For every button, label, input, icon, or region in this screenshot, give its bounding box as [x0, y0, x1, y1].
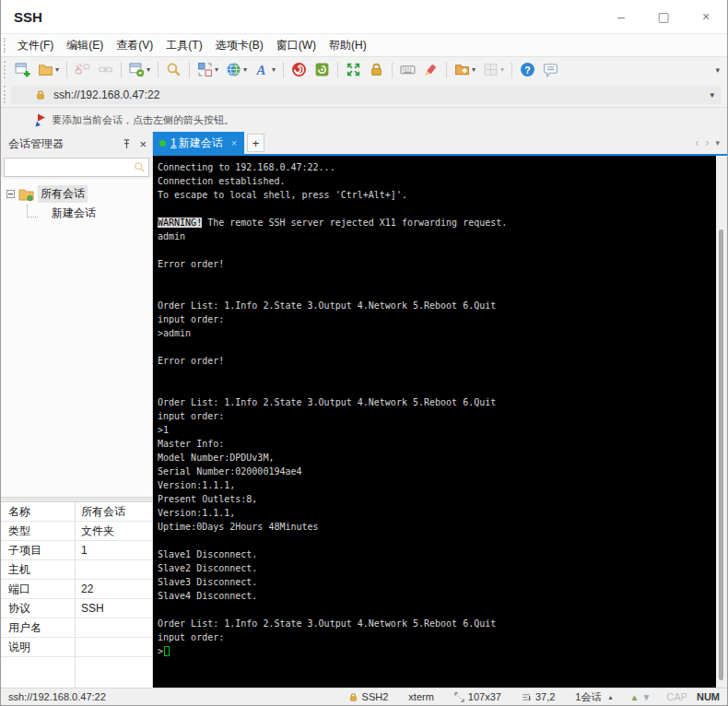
statusbar: ssh://192.168.0.47:22 SSH2 xterm 107x37 … — [1, 688, 727, 705]
tab-new-session[interactable]: 1 新建会话 × — [153, 132, 244, 154]
dropdown-arrow-icon[interactable]: ▾ — [55, 65, 59, 74]
status-url: ssh://192.168.0.47:22 — [8, 691, 106, 702]
dropdown-arrow-icon[interactable]: ▾ — [243, 65, 247, 74]
menubar-grip[interactable] — [4, 38, 6, 53]
tree-item-new-session[interactable]: 新建会话 — [1, 204, 152, 223]
terminal-line — [158, 382, 716, 395]
tree-item-label[interactable]: 所有会话 — [38, 185, 88, 203]
property-row: 端口22 — [1, 580, 152, 599]
tab-scroll-right-icon[interactable]: › — [705, 136, 709, 149]
terminal-line: > — [158, 644, 716, 658]
reconnect-button — [95, 60, 116, 79]
highlighter-button[interactable] — [420, 60, 441, 79]
tree-connector — [27, 205, 38, 218]
scroll-arrows[interactable]: ▲▼ — [623, 692, 662, 702]
toolbar-grip[interactable] — [4, 61, 6, 78]
tab-close-icon[interactable]: × — [231, 137, 237, 148]
note-text: 要添加当前会话，点击左侧的箭头按钮。 — [52, 113, 234, 127]
window-controls: – ▢ × — [600, 0, 727, 33]
maximize-button[interactable]: ▢ — [642, 0, 685, 33]
open-session-icon — [38, 62, 53, 77]
close-button[interactable]: × — [685, 0, 727, 33]
menu-item[interactable]: 窗口(W) — [276, 38, 316, 53]
session-manager-title: 会话管理器 — [8, 136, 64, 152]
property-row: 类型文件夹 — [1, 522, 152, 541]
toolbar-separator — [121, 62, 122, 78]
dropdown-arrow-icon[interactable]: ▾ — [272, 65, 276, 74]
app-window: SSH – ▢ × 文件(F)编辑(E)查看(V)工具(T)选项卡(B)窗口(W… — [0, 0, 728, 706]
tab-menu-icon[interactable]: ▾ — [715, 138, 720, 147]
dropdown-arrow-icon[interactable]: ▾ — [472, 65, 476, 74]
xagent-icon — [291, 62, 307, 77]
window-layout-button: ▾ — [480, 60, 507, 79]
terminal[interactable]: Connecting to 192.168.0.47:22...Connecti… — [153, 156, 716, 688]
toolbar-separator — [283, 62, 284, 78]
help-button[interactable]: ? — [517, 60, 538, 79]
compose-button[interactable]: ▾ — [194, 60, 221, 79]
terminal-line: Slave4 Disconnect. — [158, 589, 716, 603]
menu-item[interactable]: 选项卡(B) — [216, 38, 264, 53]
fullscreen-button[interactable] — [343, 60, 364, 79]
num-lock-indicator: NUM — [693, 691, 727, 702]
terminal-line: >1 — [158, 423, 716, 437]
terminal-scrollbar[interactable] — [716, 156, 727, 688]
new-session-button[interactable] — [12, 60, 33, 79]
scrollbar-thumb[interactable] — [719, 229, 723, 680]
find-button[interactable] — [163, 60, 184, 79]
toolbar-separator — [392, 62, 393, 78]
addressbar-grip[interactable] — [4, 86, 6, 103]
terminal-line: Version:1.1.1, — [158, 478, 716, 492]
menu-item[interactable]: 文件(F) — [18, 38, 53, 53]
feedback-button[interactable] — [540, 60, 561, 79]
tree-item-label[interactable]: 新建会话 — [49, 205, 99, 222]
property-row: 用户名 — [1, 618, 152, 638]
toolbar-separator — [158, 62, 159, 78]
address-dropdown-icon[interactable]: ▾ — [710, 90, 722, 100]
toolbar-overflow-icon[interactable]: ▾ — [715, 65, 723, 75]
address-input[interactable]: ssh://192.168.0.47:22 ▾ — [11, 86, 722, 104]
dropdown-arrow-icon[interactable]: ▾ — [147, 65, 150, 74]
panel-close-icon[interactable]: × — [139, 137, 147, 151]
session-properties-button[interactable]: ▾ — [126, 60, 153, 79]
minimize-button[interactable]: – — [600, 0, 642, 33]
svg-text:?: ? — [524, 65, 530, 76]
property-value: 所有会话 — [75, 504, 125, 520]
xagent-button[interactable] — [288, 60, 310, 79]
status-term-type: xterm — [398, 691, 444, 702]
lock-button[interactable] — [366, 60, 387, 79]
dropdown-arrow-icon[interactable]: ▾ — [215, 65, 218, 74]
terminal-line: WARNING! The remote SSH server rejected … — [158, 216, 716, 229]
session-search-input[interactable] — [5, 159, 148, 176]
globe-icon — [226, 62, 241, 77]
reconnect-icon — [98, 62, 113, 77]
terminal-line — [158, 271, 716, 285]
globe-button[interactable]: ▾ — [223, 60, 250, 79]
menu-item[interactable]: 帮助(H) — [329, 38, 367, 53]
expander-icon[interactable] — [6, 190, 15, 198]
dropdown-arrow-icon[interactable]: ▾ — [500, 65, 504, 74]
tree-item-all-sessions[interactable]: 所有会话 — [1, 184, 152, 204]
keyboard-button[interactable] — [397, 60, 418, 79]
menu-item[interactable]: 查看(V) — [116, 38, 153, 53]
property-row: 子项目1 — [1, 541, 152, 560]
toolbar-separator — [66, 62, 67, 78]
menu-item[interactable]: 工具(T) — [166, 38, 202, 53]
status-session-count[interactable]: 1会话 ▴ — [565, 690, 622, 704]
open-session-button[interactable]: ▾ — [35, 60, 62, 79]
tab-scroll-left-icon[interactable]: ‹ — [695, 136, 699, 149]
tabbar: 1 新建会话 × + ‹ › ▾ — [153, 132, 727, 156]
terminal-line: Model Number:DPDUv3M, — [158, 451, 716, 465]
session-manager-header: 会话管理器 × — [1, 132, 152, 156]
font-button[interactable]: A▾ — [252, 60, 278, 79]
property-value: SSH — [75, 602, 104, 615]
lock-icon — [369, 62, 384, 77]
property-label: 端口 — [1, 582, 75, 597]
package-button[interactable] — [311, 60, 333, 79]
pin-icon[interactable] — [122, 139, 132, 149]
terminal-line: Connecting to 192.168.0.47:22... — [158, 160, 716, 174]
terminal-line: admin — [158, 229, 716, 243]
new-tab-button[interactable]: + — [247, 134, 264, 152]
feedback-icon — [543, 62, 558, 77]
new-folder-button[interactable]: ▾ — [452, 60, 478, 79]
menu-item[interactable]: 编辑(E) — [66, 38, 103, 53]
